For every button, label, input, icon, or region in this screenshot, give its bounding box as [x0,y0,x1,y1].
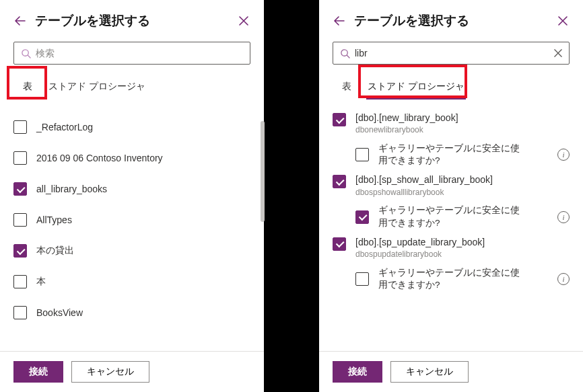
row-label: AllTypes [36,214,72,225]
svg-point-0 [22,49,28,55]
table-row[interactable]: 2016 09 06 Contoso Inventory [13,143,250,173]
tab-tables[interactable]: 表 [341,81,353,100]
table-row[interactable]: 本 [13,266,250,297]
row-label: 本 [36,276,46,288]
safe-question-label: ギャラリーやテーブルに安全に使用できますか? [378,143,520,167]
search-field[interactable] [13,42,250,65]
safe-checkbox[interactable] [355,272,369,286]
procedure-subtitle: dbospupdatelibrarybook [355,249,485,259]
checkbox[interactable] [333,175,346,188]
close-icon[interactable] [237,14,250,28]
cancel-button[interactable]: キャンセル [71,361,149,383]
row-label: 本の貸出 [36,245,74,257]
row-label: _RefactorLog [36,122,93,132]
table-row[interactable]: BooksView [13,297,250,328]
procedure-title: [dbo].[new_library_book] [355,112,458,124]
search-icon [339,47,351,59]
row-label: 2016 09 06 Contoso Inventory [36,153,163,163]
checkbox[interactable] [13,306,27,319]
stored-procedure-list: [dbo].[new_library_book] dbonewlibrarybo… [319,112,583,351]
info-icon[interactable]: i [557,211,570,223]
safe-question-label: ギャラリーやテーブルに安全に使用できますか? [378,204,520,229]
procedure-subtitle: dbospshowalllibrarybook [355,188,493,197]
table-list: _RefactorLog 2016 09 06 Contoso Inventor… [0,112,264,351]
search-field[interactable] [333,42,570,65]
clear-search-icon[interactable] [553,48,563,58]
connect-button[interactable]: 接続 [13,361,63,383]
tab-stored-procedures[interactable]: ストアド プロシージャ [47,81,147,100]
table-row[interactable]: 本の貸出 [13,235,250,266]
tab-stored-procedures[interactable]: ストアド プロシージャ [366,81,466,100]
procedure-subtitle: dbonewlibrarybook [355,125,458,134]
info-icon[interactable]: i [557,273,570,285]
safe-checkbox[interactable] [355,210,369,224]
procedure-title: [dbo].[sp_update_library_book] [355,236,485,248]
page-title: テーブルを選択する [354,12,556,30]
checkbox[interactable] [13,244,27,258]
checkbox[interactable] [13,182,27,196]
tab-tables[interactable]: 表 [22,81,34,100]
checkbox[interactable] [13,151,27,165]
row-label: all_library_books [36,184,107,194]
stored-procedure-item: [dbo].[sp_show_all_library_book] dbospsh… [333,173,570,231]
stored-procedure-item: [dbo].[sp_update_library_book] dbospupda… [333,236,570,294]
checkbox[interactable] [333,113,346,126]
close-icon[interactable] [556,14,570,28]
svg-point-1 [341,49,347,55]
stored-procedure-item: [dbo].[new_library_book] dbonewlibrarybo… [333,112,570,169]
scrollbar-thumb[interactable] [261,121,265,222]
search-input[interactable] [32,48,244,58]
row-label: BooksView [36,307,83,318]
search-input[interactable] [351,48,553,58]
safe-question-label: ギャラリーやテーブルに安全に使用できますか? [378,267,520,291]
page-title: テーブルを選択する [35,12,237,30]
checkbox[interactable] [13,213,27,227]
table-row[interactable]: _RefactorLog [13,112,250,143]
back-icon[interactable] [13,14,27,28]
procedure-title: [dbo].[sp_show_all_library_book] [355,173,493,186]
checkbox[interactable] [13,120,27,134]
info-icon[interactable]: i [557,149,570,161]
checkbox[interactable] [13,275,27,288]
table-row[interactable]: AllTypes [13,204,250,235]
connect-button[interactable]: 接続 [333,361,382,383]
back-icon[interactable] [333,14,346,28]
checkbox[interactable] [333,237,346,251]
search-icon [20,47,32,59]
table-row[interactable]: all_library_books [13,173,250,204]
cancel-button[interactable]: キャンセル [390,361,469,383]
safe-checkbox[interactable] [355,148,369,161]
